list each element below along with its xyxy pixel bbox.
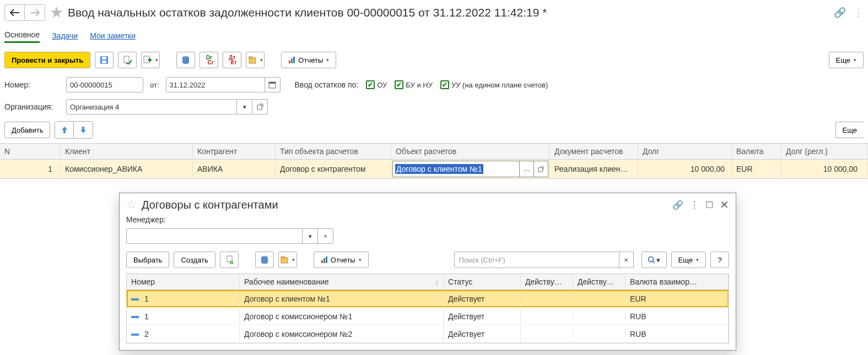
link-icon[interactable]: 🔗 <box>834 7 846 19</box>
dtkt-button[interactable]: Дт Кт <box>223 52 241 68</box>
calendar-button[interactable] <box>265 77 281 92</box>
form-row-number: Номер: 00-00000015 от: 31.12.2022 Ввод о… <box>0 75 868 97</box>
post-button[interactable] <box>118 52 137 68</box>
page-title: Ввод начальных остатков задолженности кл… <box>68 6 547 19</box>
grid-more-label: Еще <box>843 126 857 134</box>
drcr-button[interactable]: Dr Cr <box>200 52 218 68</box>
object-select-button[interactable]: … <box>520 161 534 177</box>
arrow-right-icon <box>30 9 40 17</box>
number-field[interactable]: 00-00000015 <box>66 77 143 92</box>
cell-client: Комиссионер_АВИКА <box>61 161 193 177</box>
col-regl[interactable]: Долг (регл.) <box>781 144 868 159</box>
object-input[interactable]: Договор с клиентом №1 <box>392 161 520 177</box>
arrow-left-icon <box>10 9 20 17</box>
cell-debt: 10 000,00 <box>638 161 732 177</box>
chevron-down-icon: ▾ <box>326 57 329 63</box>
org-open-button[interactable] <box>252 99 268 114</box>
tab-notes[interactable]: Мои заметки <box>90 29 136 42</box>
checkbox-ou[interactable]: ✔ <box>366 80 375 89</box>
tab-main[interactable]: Основное <box>4 28 40 43</box>
date-field-group: 31.12.2022 <box>166 77 281 92</box>
cell-kontr: АВИКА <box>193 161 276 177</box>
favorite-star-icon[interactable]: ★ <box>50 3 63 21</box>
checkbox-ou-label: ОУ <box>377 81 387 89</box>
chevron-down-icon: ▾ <box>260 57 263 63</box>
svg-rect-3 <box>124 56 129 63</box>
cell-obj[interactable]: Договор с клиентом №1 … <box>391 160 550 178</box>
grid-row[interactable]: 1 Комиссионер_АВИКА АВИКА Договор с конт… <box>0 160 868 178</box>
col-tip[interactable]: Тип объекта расчетов <box>276 144 391 159</box>
cell-doc: Реализация клиен… <box>550 161 638 177</box>
dtkt-icon: Дт Кт <box>228 55 237 65</box>
more-label: Еще <box>836 56 850 64</box>
files-button[interactable]: ▾ <box>246 52 265 68</box>
svg-rect-7 <box>249 57 252 58</box>
chart-icon <box>288 56 296 64</box>
object-value: Договор с клиентом №1 <box>395 164 483 174</box>
checkbox-bunu[interactable]: ✔ <box>395 80 403 89</box>
org-field-group: Организация 4 ▾ <box>66 99 268 114</box>
org-label: Организация: <box>4 102 62 111</box>
grid-toolbar: Добавить Еще <box>0 119 868 143</box>
from-label: от: <box>150 81 159 89</box>
svg-rect-13 <box>257 105 262 110</box>
svg-rect-14 <box>538 167 542 171</box>
move-up-button[interactable] <box>55 122 74 138</box>
back-button[interactable] <box>5 5 25 20</box>
move-down-button[interactable] <box>74 122 93 138</box>
more-button[interactable]: Еще ▾ <box>829 52 864 68</box>
cell-curr: EUR <box>732 161 781 177</box>
chevron-down-icon: ▾ <box>155 57 158 63</box>
svg-rect-9 <box>291 58 293 63</box>
drcr-icon: Dr Cr <box>204 55 214 65</box>
tabs: Основное Задачи Мои заметки <box>0 25 868 48</box>
balances-label: Ввод остатков по: <box>295 80 359 89</box>
date-field[interactable]: 31.12.2022 <box>166 77 265 92</box>
post-icon <box>123 56 132 64</box>
object-open-button[interactable] <box>534 161 548 177</box>
org-dropdown-button[interactable]: ▾ <box>237 99 252 114</box>
arrow-up-icon <box>61 126 68 134</box>
col-curr[interactable]: Валюта <box>732 144 781 159</box>
grid-header: N Клиент Контрагент Тип объекта расчетов… <box>0 144 868 160</box>
post-and-close-button[interactable]: Провести и закрыть <box>4 52 90 68</box>
main-toolbar: Провести и закрыть ▾ Dr Cr Дт Кт ▾ Отчет… <box>0 48 868 75</box>
create-based-on-button[interactable]: ▾ <box>141 52 160 68</box>
grid-more-button[interactable]: Еще <box>835 122 864 138</box>
reports-label: Отчеты <box>298 56 323 64</box>
col-debt[interactable]: Долг <box>638 144 732 159</box>
col-obj[interactable]: Объект расчетов <box>391 144 550 159</box>
open-icon <box>257 103 263 110</box>
structure-button[interactable] <box>176 52 195 68</box>
add-row-button[interactable]: Добавить <box>4 122 50 138</box>
svg-rect-8 <box>289 61 290 63</box>
svg-rect-2 <box>102 61 106 63</box>
calendar-icon <box>268 81 276 89</box>
cell-n: 1 <box>0 161 61 177</box>
arrow-down-icon <box>80 126 87 134</box>
kebab-menu-icon[interactable]: ⋮ <box>854 7 864 19</box>
col-doc[interactable]: Документ расчетов <box>550 144 638 159</box>
org-field[interactable]: Организация 4 <box>66 99 237 114</box>
svg-rect-12 <box>269 82 276 84</box>
move-rows-group <box>55 121 93 139</box>
forward-button[interactable] <box>25 5 45 20</box>
save-button[interactable] <box>95 52 114 68</box>
nav-buttons <box>4 4 45 21</box>
svg-rect-1 <box>102 57 106 59</box>
chevron-down-icon: ▾ <box>854 57 856 63</box>
based-on-icon <box>143 56 152 64</box>
svg-rect-10 <box>293 57 295 63</box>
col-client[interactable]: Клиент <box>61 144 193 159</box>
title-bar: ★ Ввод начальных остатков задолженности … <box>0 0 868 25</box>
number-label: Номер: <box>4 80 62 89</box>
col-n[interactable]: N <box>0 144 61 159</box>
files-icon <box>248 56 257 64</box>
reports-button[interactable]: Отчеты ▾ <box>281 52 336 68</box>
col-kontr[interactable]: Контрагент <box>193 144 276 159</box>
db-icon <box>182 56 190 64</box>
cell-tip: Договор с контрагентом <box>276 161 391 177</box>
save-icon <box>100 56 109 64</box>
tab-tasks[interactable]: Задачи <box>52 29 78 42</box>
checkbox-uu[interactable]: ✔ <box>440 80 449 89</box>
